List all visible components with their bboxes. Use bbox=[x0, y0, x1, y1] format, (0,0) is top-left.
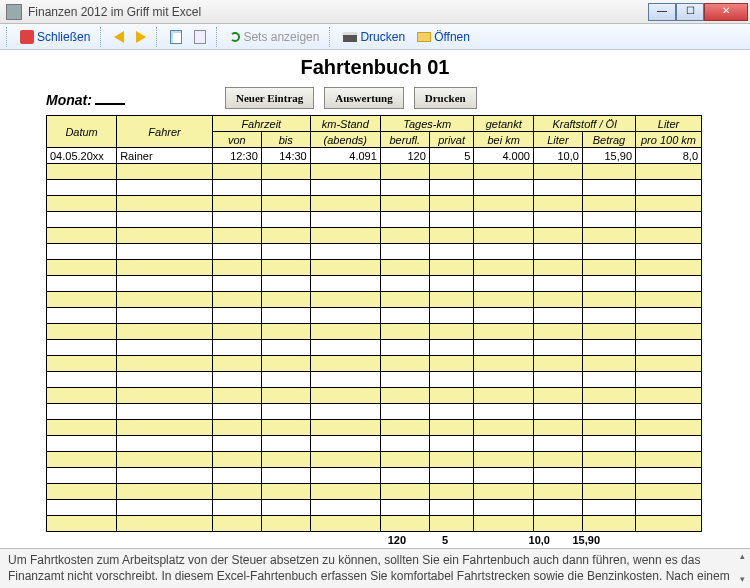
cell[interactable] bbox=[117, 244, 213, 260]
cell[interactable] bbox=[636, 388, 702, 404]
cell[interactable] bbox=[380, 196, 429, 212]
cell[interactable]: 04.05.20xx bbox=[47, 148, 117, 164]
cell[interactable] bbox=[636, 516, 702, 532]
cell[interactable] bbox=[474, 500, 534, 516]
cell[interactable] bbox=[582, 404, 635, 420]
cell[interactable] bbox=[636, 468, 702, 484]
cell[interactable] bbox=[380, 260, 429, 276]
cell[interactable] bbox=[636, 244, 702, 260]
minimize-button[interactable]: — bbox=[648, 3, 676, 21]
cell[interactable] bbox=[117, 340, 213, 356]
cell[interactable] bbox=[380, 164, 429, 180]
cell[interactable] bbox=[117, 356, 213, 372]
cell[interactable] bbox=[212, 452, 261, 468]
cell[interactable] bbox=[212, 372, 261, 388]
table-row[interactable] bbox=[47, 436, 702, 452]
cell[interactable] bbox=[582, 420, 635, 436]
cell[interactable] bbox=[47, 164, 117, 180]
cell[interactable] bbox=[429, 164, 474, 180]
cell[interactable] bbox=[474, 164, 534, 180]
cell[interactable] bbox=[47, 260, 117, 276]
cell[interactable] bbox=[47, 500, 117, 516]
cell[interactable] bbox=[636, 164, 702, 180]
cell[interactable] bbox=[429, 420, 474, 436]
cell[interactable] bbox=[212, 292, 261, 308]
cell[interactable] bbox=[47, 452, 117, 468]
table-row[interactable] bbox=[47, 388, 702, 404]
cell[interactable] bbox=[212, 404, 261, 420]
cell[interactable] bbox=[117, 228, 213, 244]
cell[interactable] bbox=[429, 196, 474, 212]
table-row[interactable]: 04.05.20xxRainer12:3014:304.09112054.000… bbox=[47, 148, 702, 164]
cell[interactable] bbox=[261, 356, 310, 372]
cell[interactable] bbox=[582, 164, 635, 180]
cell[interactable] bbox=[261, 404, 310, 420]
cell[interactable]: 4.091 bbox=[310, 148, 380, 164]
cell[interactable] bbox=[533, 260, 582, 276]
cell[interactable] bbox=[429, 180, 474, 196]
cell[interactable] bbox=[117, 404, 213, 420]
cell[interactable] bbox=[474, 436, 534, 452]
cell[interactable] bbox=[582, 452, 635, 468]
cell[interactable] bbox=[380, 484, 429, 500]
cell[interactable] bbox=[533, 356, 582, 372]
cell[interactable] bbox=[212, 260, 261, 276]
cell[interactable] bbox=[474, 308, 534, 324]
cell[interactable] bbox=[582, 436, 635, 452]
cell[interactable] bbox=[261, 420, 310, 436]
cell[interactable] bbox=[533, 292, 582, 308]
cell[interactable] bbox=[310, 260, 380, 276]
cell[interactable] bbox=[582, 244, 635, 260]
nav-next-button[interactable] bbox=[132, 29, 150, 45]
cell[interactable] bbox=[117, 164, 213, 180]
table-row[interactable] bbox=[47, 356, 702, 372]
cell[interactable] bbox=[474, 404, 534, 420]
cell[interactable] bbox=[429, 340, 474, 356]
cell[interactable] bbox=[117, 276, 213, 292]
cell[interactable]: 5 bbox=[429, 148, 474, 164]
cell[interactable] bbox=[117, 324, 213, 340]
cell[interactable] bbox=[310, 164, 380, 180]
cell[interactable] bbox=[429, 308, 474, 324]
cell[interactable] bbox=[474, 324, 534, 340]
cell[interactable] bbox=[636, 180, 702, 196]
cell[interactable] bbox=[117, 388, 213, 404]
cell[interactable] bbox=[429, 276, 474, 292]
cell[interactable] bbox=[429, 260, 474, 276]
cell[interactable] bbox=[429, 468, 474, 484]
logbook-table[interactable]: Datum Fahrer Fahrzeit km-Stand Tages-km … bbox=[46, 115, 702, 532]
cell[interactable] bbox=[582, 228, 635, 244]
open-button[interactable]: Öffnen bbox=[413, 28, 474, 46]
close-button[interactable]: Schließen bbox=[16, 28, 94, 46]
cell[interactable]: 120 bbox=[380, 148, 429, 164]
cell[interactable] bbox=[636, 292, 702, 308]
cell[interactable] bbox=[212, 228, 261, 244]
cell[interactable] bbox=[380, 372, 429, 388]
cell[interactable] bbox=[533, 436, 582, 452]
cell[interactable] bbox=[47, 308, 117, 324]
cell[interactable] bbox=[429, 436, 474, 452]
cell[interactable] bbox=[212, 516, 261, 532]
cell[interactable] bbox=[474, 468, 534, 484]
table-row[interactable] bbox=[47, 196, 702, 212]
cell[interactable] bbox=[261, 388, 310, 404]
cell[interactable] bbox=[310, 228, 380, 244]
cell[interactable] bbox=[636, 484, 702, 500]
cell[interactable] bbox=[47, 468, 117, 484]
table-row[interactable] bbox=[47, 244, 702, 260]
cell[interactable] bbox=[261, 308, 310, 324]
evaluate-button[interactable]: Auswertung bbox=[324, 87, 403, 109]
cell[interactable] bbox=[582, 292, 635, 308]
cell[interactable] bbox=[474, 196, 534, 212]
cell[interactable] bbox=[117, 500, 213, 516]
cell[interactable] bbox=[533, 388, 582, 404]
cell[interactable] bbox=[261, 276, 310, 292]
cell[interactable] bbox=[212, 276, 261, 292]
cell[interactable] bbox=[47, 180, 117, 196]
table-row[interactable] bbox=[47, 484, 702, 500]
sets-button[interactable]: Sets anzeigen bbox=[226, 28, 323, 46]
cell[interactable] bbox=[310, 404, 380, 420]
cell[interactable] bbox=[474, 484, 534, 500]
cell[interactable] bbox=[533, 324, 582, 340]
cell[interactable] bbox=[474, 452, 534, 468]
